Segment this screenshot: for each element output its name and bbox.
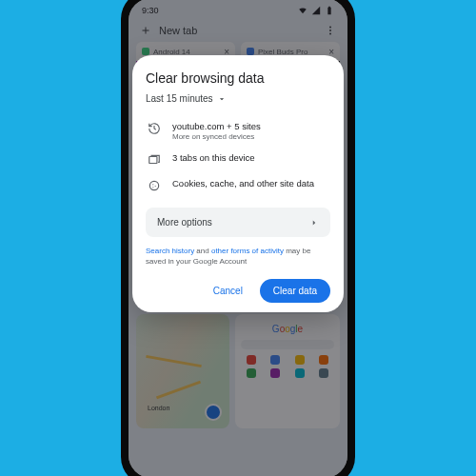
chevron-down-icon [217, 94, 227, 104]
screen: 9:30 New tab Android 14 × Pixel Buds Pro… [129, 0, 347, 476]
svg-point-7 [152, 187, 153, 188]
svg-rect-3 [149, 157, 157, 164]
svg-point-6 [155, 186, 156, 187]
history-icon [148, 122, 161, 135]
item-primary: Cookies, cache, and other site data [172, 178, 314, 188]
clear-data-dialog: Clear browsing data Last 15 minutes yout… [132, 55, 344, 312]
dialog-actions: Cancel Clear data [146, 279, 330, 303]
item-tabs: 3 tabs on this device [146, 147, 330, 172]
item-history: youtube.com + 5 sites More on synced dev… [146, 115, 330, 147]
item-cookies: Cookies, cache, and other site data [146, 172, 330, 198]
item-primary: 3 tabs on this device [172, 152, 255, 163]
more-options-button[interactable]: More options [146, 208, 330, 237]
tabs-icon [148, 153, 161, 167]
cancel-button[interactable]: Cancel [206, 280, 250, 302]
cookie-icon [148, 179, 161, 192]
info-text: Search history and other forms of activi… [146, 247, 330, 268]
chevron-right-icon [309, 218, 319, 228]
link-other-activity[interactable]: other forms of activity [211, 247, 284, 255]
phone-frame: 9:30 New tab Android 14 × Pixel Buds Pro… [121, 0, 355, 476]
item-secondary: More on synced devices [172, 132, 261, 141]
time-range-dropdown[interactable]: Last 15 minutes [146, 93, 330, 104]
item-primary: youtube.com + 5 sites [172, 121, 261, 131]
link-search-history[interactable]: Search history [146, 247, 194, 255]
dialog-title: Clear browsing data [146, 70, 330, 86]
time-range-value: Last 15 minutes [146, 93, 213, 104]
clear-data-button[interactable]: Clear data [260, 279, 330, 303]
svg-point-4 [149, 181, 158, 189]
svg-point-5 [152, 184, 153, 185]
more-options-label: More options [157, 217, 212, 228]
